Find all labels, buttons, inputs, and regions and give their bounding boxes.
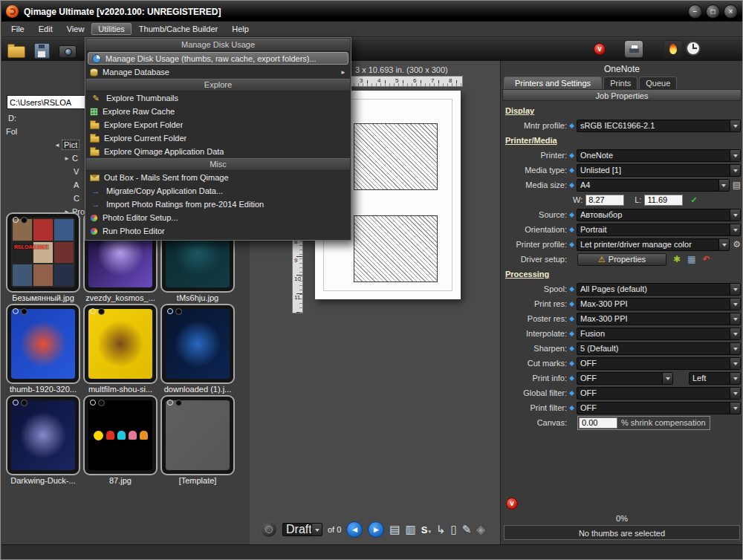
menu-item-explore-export-folder[interactable]: Explore Export Folder [86, 118, 350, 131]
cut-marks-select[interactable]: OFF [577, 357, 741, 370]
print-cell[interactable] [354, 123, 438, 190]
printer-select[interactable]: OneNote [577, 149, 741, 162]
printer-glyph [629, 48, 639, 53]
menu-item-explore-current-folder[interactable]: Explore Current Folder [86, 131, 350, 145]
migrate-icon: → [90, 186, 102, 196]
source-select[interactable]: Автовыбор [577, 209, 741, 221]
menu-item-explore-raw-cache[interactable]: Explore Raw Cache [86, 105, 350, 118]
thumbnail[interactable]: Darkwing-Duck-... [6, 395, 80, 486]
print-filter-select[interactable]: OFF [577, 402, 741, 414]
menubar-item-thumb-cache-builder[interactable]: Thumb/Cache Builder [132, 23, 224, 35]
menu-item-import-photo-ratings-from-pre-2014-edition[interactable]: →Import Photo Ratings from pre-2014 Edit… [86, 198, 350, 211]
page-setup-icon[interactable]: ▤ [733, 180, 741, 190]
menubar-item-view[interactable]: View [60, 23, 91, 35]
printer-profile-select[interactable]: Let printer/driver manage color [577, 238, 730, 251]
tag-icon[interactable]: ◈ [476, 523, 485, 536]
blue-diamond-icon [569, 123, 574, 128]
menu-item-manage-database[interactable]: Manage Database► [86, 65, 350, 79]
sharpen-select[interactable]: 5 (Default) [577, 342, 741, 355]
menu-item-explore-thumbnails[interactable]: ✎Explore Thumbnails [86, 91, 350, 105]
setting-row: Driver setup:⚠Properties✱▦↶ [503, 252, 741, 267]
menu-item-explore-qimage-application-data[interactable]: Explore Qimage Application Data [86, 145, 350, 158]
thumbnail[interactable]: 87.jpg [83, 395, 158, 486]
print-info-select[interactable]: OFF [577, 372, 673, 385]
menu-item-migrate-copy-application-data[interactable]: →Migrate/Copy Application Data... [86, 184, 350, 198]
blue-diamond-icon [569, 360, 574, 365]
dropdown-arrow-icon [730, 373, 740, 384]
favorites-icon[interactable]: ✱ [673, 254, 681, 264]
print-quality-select[interactable]: Draft [282, 523, 322, 536]
printer-icon[interactable] [624, 40, 643, 58]
thumbnail[interactable]: RSLOAD.NETБезымянный.jpg [6, 212, 80, 304]
printer-properties-button[interactable]: ⚠Properties [577, 253, 666, 266]
menu-section-manage-disk-usage: Manage Disk Usage [86, 39, 350, 51]
print-cell[interactable] [354, 215, 438, 282]
menubar-item-help[interactable]: Help [225, 23, 256, 35]
tab-printers-and-settings[interactable]: Printers and Settings [504, 76, 602, 89]
update-badge[interactable]: v [594, 43, 606, 55]
print-info-position-select[interactable]: Left [689, 372, 741, 385]
blue-diamond-icon [569, 375, 574, 380]
width-input[interactable] [585, 195, 624, 206]
setting-row: Orientation:Portrait [503, 222, 741, 237]
layout-icon[interactable]: ▥ [406, 523, 416, 536]
dropdown-arrow-icon [730, 328, 740, 339]
thumbnail[interactable]: thumb-1920-320... [6, 304, 80, 395]
thumbnail[interactable]: downloaded (1).j... [160, 304, 235, 395]
first-page-button[interactable]: ◀ [346, 521, 363, 538]
hot-folder-icon[interactable] [663, 40, 683, 58]
menu-item-run-photo-editor[interactable]: Run Photo Editor [86, 224, 350, 238]
history-clock-icon[interactable] [686, 41, 701, 56]
status-dot-icon [98, 400, 105, 406]
interpolate-select[interactable]: Fusion [577, 328, 741, 340]
update-badge-bottom[interactable]: v [506, 498, 518, 509]
setting-label: Printer profile: [503, 240, 568, 249]
maximize-button[interactable]: □ [706, 4, 720, 19]
menu-item-photo-editor-setup[interactable]: Photo Editor Setup... [86, 211, 350, 224]
mntr-profile-select[interactable]: sRGB IEC61966-2.1 [577, 120, 741, 132]
folder-path-input[interactable] [7, 95, 85, 109]
global-filter-select[interactable]: OFF [577, 387, 741, 400]
text-size-tool[interactable]: S [421, 524, 431, 535]
length-input[interactable] [644, 195, 683, 206]
thumbnail[interactable]: multfilm-shou-si... [83, 304, 158, 395]
menubar-item-edit[interactable]: Edit [32, 23, 59, 35]
settings-tabs: Printers and SettingsPrintsQueue [504, 75, 742, 89]
selected-value: sRGB IEC61966-2.1 [580, 121, 730, 130]
new-page-icon[interactable]: ▯ [451, 523, 457, 536]
selected-value: OneNote [580, 151, 730, 160]
page-toolbar: Draftof 0◀▶▤▥S↳▯✎◈ [250, 518, 500, 541]
close-button[interactable]: × [724, 4, 738, 19]
thumbnail-grid: RSLOAD.NETБезымянный.jpgzvezdy_kosmos_..… [6, 212, 235, 486]
tab-prints[interactable]: Prints [603, 76, 637, 89]
menu-item-label: Migrate/Copy Application Data... [106, 186, 223, 195]
setting-label: Cut marks: [503, 359, 568, 368]
queue-stop-button[interactable] [261, 521, 277, 538]
orientation-select[interactable]: Portrait [577, 224, 741, 236]
thumbnail[interactable]: [Template] [160, 395, 235, 486]
color-tools-icon[interactable]: ⚙ [733, 239, 741, 250]
menubar-item-file[interactable]: File [4, 23, 31, 35]
media-size-select[interactable]: A4 [577, 179, 730, 192]
folder-label: V [74, 167, 79, 176]
dropdown-arrow-icon [311, 524, 322, 535]
insert-page-icon[interactable]: ↳ [436, 523, 446, 536]
copies-icon[interactable]: ▤ [389, 523, 400, 536]
menu-item-out-box-mails-sent-from-qimage[interactable]: Out Box - Mails Sent from Qimage [86, 171, 350, 184]
menu-item-manage-disk-usage-thumbs-raw-cache-export-folders[interactable]: Manage Disk Usage (thumbs, raw cache, ex… [88, 52, 348, 65]
setting-label: Mntr profile: [503, 121, 568, 130]
selected-value: Draft [286, 523, 311, 536]
poster-res-select[interactable]: Max-300 PPI [577, 313, 741, 325]
menubar-item-utilities[interactable]: Utilities [91, 23, 131, 35]
undo-icon[interactable]: ↶ [702, 254, 710, 264]
edit-page-icon[interactable]: ✎ [462, 523, 472, 536]
spool-select[interactable]: All Pages (default) [577, 283, 741, 296]
snapshot-icon[interactable]: ▦ [687, 254, 695, 264]
tab-queue[interactable]: Queue [639, 76, 677, 89]
thumbnail-accent [98, 319, 143, 368]
last-page-button[interactable]: ▶ [368, 521, 384, 538]
print-res-select[interactable]: Max-300 PPI [577, 298, 741, 310]
canvas-input[interactable] [579, 417, 617, 429]
media-type-select[interactable]: Unlisted [1] [577, 164, 741, 177]
minimize-button[interactable]: − [688, 4, 702, 19]
